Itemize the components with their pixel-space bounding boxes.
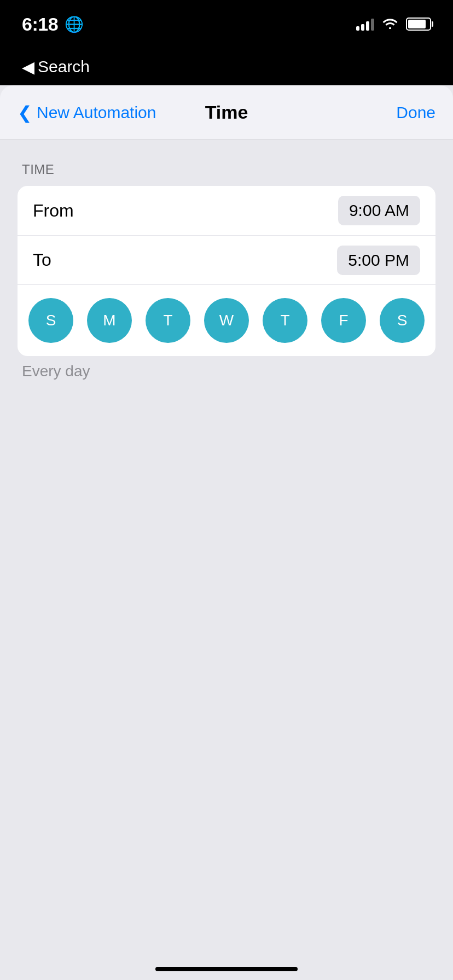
status-left: 6:18 🌐 bbox=[22, 14, 84, 35]
nav-back-label: New Automation bbox=[37, 103, 156, 122]
chevron-left-icon: ◀ bbox=[22, 57, 34, 77]
page-title: Time bbox=[205, 102, 248, 123]
from-time-badge[interactable]: 9:00 AM bbox=[338, 196, 420, 225]
time-card: From 9:00 AM To 5:00 PM S M T W T F S bbox=[18, 186, 435, 356]
battery-fill bbox=[408, 20, 426, 28]
globe-icon: 🌐 bbox=[65, 15, 84, 33]
days-row: S M T W T F S bbox=[18, 284, 435, 356]
day-monday[interactable]: M bbox=[87, 298, 132, 343]
status-right bbox=[356, 16, 431, 33]
done-button[interactable]: Done bbox=[396, 103, 435, 122]
day-wednesday[interactable]: W bbox=[204, 298, 249, 343]
to-time-badge[interactable]: 5:00 PM bbox=[337, 246, 420, 275]
to-label: To bbox=[33, 250, 51, 270]
nav-back-button[interactable]: ❮ New Automation bbox=[18, 102, 156, 123]
status-time: 6:18 bbox=[22, 14, 58, 35]
home-indicator bbox=[155, 967, 298, 971]
from-row[interactable]: From 9:00 AM bbox=[18, 186, 435, 235]
search-back-button[interactable]: ◀ Search bbox=[22, 57, 90, 77]
signal-bar-2 bbox=[361, 24, 364, 31]
status-bar: 6:18 🌐 bbox=[0, 0, 453, 48]
phone-screen: 6:18 🌐 ◀ Sear bbox=[0, 0, 453, 980]
signal-bar-3 bbox=[366, 21, 369, 31]
battery-icon bbox=[406, 18, 431, 31]
every-day-label: Every day bbox=[18, 363, 435, 380]
day-sunday[interactable]: S bbox=[28, 298, 73, 343]
day-saturday[interactable]: S bbox=[380, 298, 425, 343]
day-friday[interactable]: F bbox=[321, 298, 366, 343]
time-section-label: TIME bbox=[18, 162, 435, 177]
day-tuesday[interactable]: T bbox=[146, 298, 190, 343]
from-label: From bbox=[33, 201, 74, 221]
day-thursday[interactable]: T bbox=[263, 298, 307, 343]
signal-bar-1 bbox=[356, 26, 359, 31]
signal-bars bbox=[356, 18, 374, 31]
search-back-label: Search bbox=[38, 57, 90, 76]
nav-header: ❮ New Automation Time Done bbox=[0, 85, 453, 140]
to-row[interactable]: To 5:00 PM bbox=[18, 235, 435, 284]
scroll-content: TIME From 9:00 AM To 5:00 PM S M T bbox=[0, 140, 453, 980]
signal-bar-4 bbox=[371, 19, 374, 31]
content-area: ❮ New Automation Time Done TIME From 9:0… bbox=[0, 85, 453, 980]
nav-back-chevron-icon: ❮ bbox=[18, 102, 32, 123]
search-bar: ◀ Search bbox=[0, 48, 453, 85]
wifi-icon bbox=[382, 16, 398, 33]
